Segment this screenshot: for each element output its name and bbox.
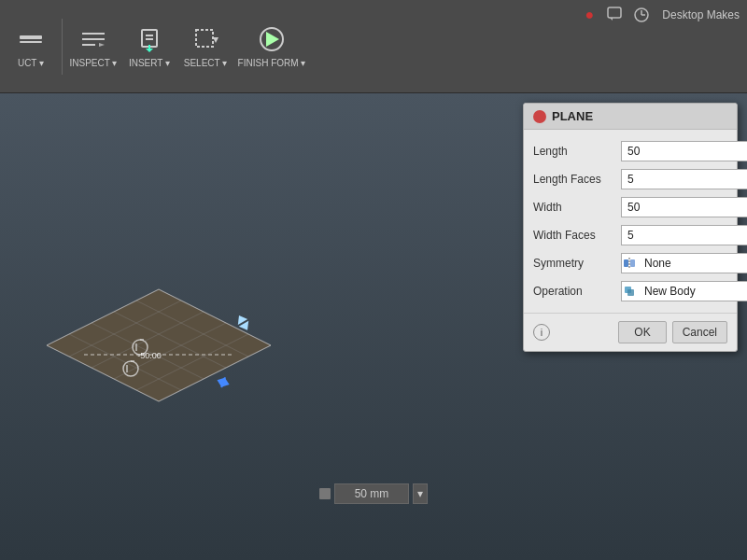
width-faces-input[interactable] [622,226,747,245]
inspect-icon [78,24,108,54]
symmetry-label: Symmetry [533,257,617,270]
ok-button[interactable]: OK [618,321,666,343]
length-label: Length [533,145,617,158]
measurement-input[interactable] [334,483,409,504]
finish-label: FINISH FORM ▾ [238,58,306,68]
toolbar-btn-finish[interactable]: FINISH FORM ▾ [234,9,309,84]
length-input-wrapper: ▾ [621,141,747,161]
insert-icon [134,24,164,54]
symmetry-row: Symmetry ▾ [524,249,737,277]
toolbar-btn-insert[interactable]: INSERT ▾ [122,9,176,84]
svg-marker-5 [99,43,105,47]
svg-marker-24 [47,289,271,401]
record-icon[interactable]: ● [580,6,599,24]
uct-icon [16,24,46,54]
svg-rect-11 [196,30,213,47]
dialog-body: Length ▾ Length Faces ▾ Width ▾ Width Fa… [524,130,737,313]
length-faces-label: Length Faces [533,173,617,186]
measurement-bar: ▾ [319,483,428,504]
length-faces-row: Length Faces ▾ [524,165,737,193]
operation-row: Operation ▾ [524,277,737,305]
uct-label: UCT ▾ [18,58,44,68]
svg-marker-14 [266,32,279,47]
svg-rect-1 [20,41,42,43]
width-faces-input-wrapper: ▾ [621,225,747,245]
svg-rect-50 [624,259,628,267]
operation-select-wrapper: ▾ [621,281,747,301]
svg-marker-16 [610,18,613,21]
chat-icon[interactable] [606,6,625,24]
measurement-unit-dropdown[interactable]: ▾ [413,483,428,504]
symmetry-select-wrapper: ▾ [621,253,747,273]
select-label: SELECT ▾ [184,58,228,68]
top-right-area: ● Desktop Makes [580,6,740,24]
dialog-close-icon[interactable] [533,110,546,123]
length-input[interactable] [622,142,747,161]
clock-icon[interactable] [632,6,651,24]
finish-icon [257,24,287,54]
operation-icon [622,284,637,299]
grid-plane: -50.00 [28,243,289,485]
svg-rect-0 [20,35,42,39]
width-faces-row: Width Faces ▾ [524,221,737,249]
symmetry-select[interactable] [639,254,747,273]
select-icon [190,24,220,54]
length-row: Length ▾ [524,137,737,165]
width-label: Width [533,201,617,214]
dialog-title: PLANE [552,109,593,123]
measure-color-swatch [319,488,331,499]
width-faces-label: Width Faces [533,229,617,242]
svg-rect-51 [630,259,635,267]
svg-marker-10 [146,49,153,52]
toolbar-btn-inspect[interactable]: INSPECT ▾ [66,9,120,84]
svg-text:-50.00: -50.00 [137,351,162,360]
plane-dialog: PLANE Length ▾ Length Faces ▾ Width ▾ [523,103,738,352]
insert-label: INSERT ▾ [129,58,170,68]
symmetry-icon [622,256,637,271]
width-input[interactable] [622,198,747,217]
operation-label: Operation [533,285,617,298]
dialog-buttons: OK Cancel [618,321,727,343]
svg-rect-54 [627,289,634,296]
svg-rect-15 [608,7,621,18]
info-icon[interactable]: i [533,324,550,341]
toolbar-btn-uct[interactable]: UCT ▾ [4,9,58,84]
inspect-label: INSPECT ▾ [70,58,118,68]
width-row: Width ▾ [524,193,737,221]
length-faces-input[interactable] [622,170,747,189]
cancel-button[interactable]: Cancel [672,321,727,343]
width-input-wrapper: ▾ [621,197,747,217]
toolbar-separator [62,19,63,75]
toolbar-btn-select[interactable]: SELECT ▾ [178,9,233,84]
dialog-header: PLANE [524,104,737,130]
operation-select[interactable] [639,282,747,301]
app-title: Desktop Makes [662,8,740,21]
length-faces-input-wrapper: ▾ [621,169,747,189]
dialog-footer: i OK Cancel [524,313,737,351]
